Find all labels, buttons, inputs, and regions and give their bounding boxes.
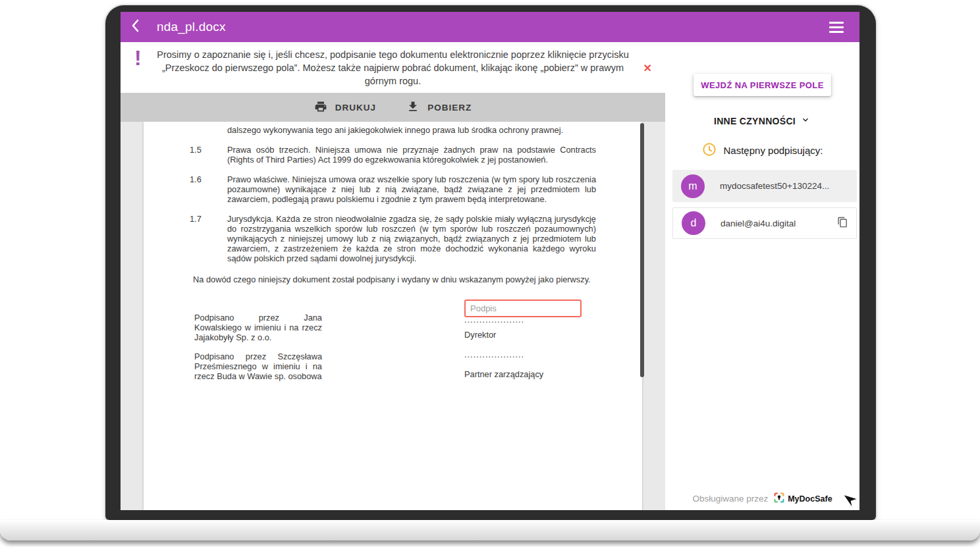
back-button[interactable]: [121, 12, 151, 42]
download-label: POBIERZ: [427, 103, 472, 113]
printer-icon: [314, 100, 327, 115]
closing-statement: Na dowód czego niniejszy dokument został…: [193, 274, 596, 284]
signatory-role: Partner zarządzający: [464, 369, 603, 379]
clause-1-7: 1.7 Jurysdykcja. Każda ze stron nieodwoł…: [190, 214, 596, 263]
print-button[interactable]: DRUKUJ: [314, 100, 376, 115]
document-scrollbar[interactable]: [640, 123, 644, 377]
clause-number: 1.6: [190, 174, 227, 204]
title-bar: nda_pl.docx: [121, 12, 859, 42]
clause-number: 1.5: [190, 145, 227, 165]
chevron-down-icon: [800, 115, 811, 127]
signer-list: m mydocsafetest50+130224... d daniel@ai4…: [665, 170, 859, 244]
clause-text: Jurysdykcja. Każda ze stron nieodwołalni…: [227, 214, 596, 263]
clock-icon: [702, 142, 717, 159]
signer-email: mydocsafetest50+130224...: [720, 181, 857, 191]
clause-text: Prawo właściwe. Niniejsza umowa oraz wsz…: [227, 174, 596, 204]
notice-text: Prosimy o zapoznanie się i, jeśli chcesz…: [149, 48, 638, 88]
print-label: DRUKUJ: [335, 103, 376, 113]
copy-email-button[interactable]: [837, 217, 848, 230]
notice-banner: ! Prosimy o zapoznanie się i, jeśli chce…: [121, 42, 665, 93]
dotted-signature-line: ....................: [464, 315, 603, 325]
document-viewer: dalszego wykonywania tego ani jakiegokol…: [121, 122, 665, 510]
download-button[interactable]: POBIERZ: [406, 100, 472, 115]
powered-by-label: Obsługiwane przez: [692, 494, 768, 504]
avatar: m: [681, 174, 705, 198]
powered-by-footer: Obsługiwane przez MyDocSafe: [665, 492, 859, 505]
clause-continuation: dalszego wykonywania tego ani jakiegokol…: [227, 125, 596, 135]
signatory-statement: Podpisano przez Szczęsława Prześmieszneg…: [194, 352, 322, 381]
signer-row-current[interactable]: m mydocsafetest50+130224...: [672, 170, 857, 202]
cursor-pointer: [840, 490, 861, 515]
brand-name: MyDocSafe: [788, 494, 832, 504]
exclamation-icon: !: [134, 47, 142, 68]
signature-section: Podpisano przez Jana Kowalskiego w imien…: [144, 300, 642, 444]
download-icon: [406, 100, 420, 115]
next-signer-header: Następny podpisujący:: [702, 142, 823, 159]
clause-1-5: 1.5 Prawa osób trzecich. Niniejsza umowa…: [190, 145, 596, 165]
mydocsafe-logo: MyDocSafe: [774, 492, 832, 505]
dotted-signature-line: ....................: [464, 350, 603, 359]
chevron-left-icon: [129, 18, 142, 36]
next-signer-label: Następny podpisujący:: [724, 145, 823, 156]
document-title: nda_pl.docx: [157, 20, 226, 34]
signing-sidebar: WEJDŹ NA PIERWSZE POLE INNE CZYNNOŚCI Na…: [665, 42, 859, 510]
hamburger-menu-button[interactable]: [827, 17, 846, 37]
other-actions-dropdown[interactable]: INNE CZYNNOŚCI: [714, 115, 811, 127]
clause-text: Prawa osób trzecich. Niniejsza umowa nie…: [227, 145, 596, 165]
signer-row[interactable]: d daniel@ai4u.digital: [672, 207, 857, 239]
copy-icon: [837, 217, 848, 230]
signer-email: daniel@ai4u.digital: [721, 219, 837, 228]
go-to-first-field-button[interactable]: WEJDŹ NA PIERWSZE POLE: [694, 74, 831, 96]
signatory-statement: Podpisano przez Jana Kowalskiego w imien…: [194, 313, 322, 342]
mydocsafe-icon: [774, 492, 784, 505]
close-notice-button[interactable]: ✕: [643, 61, 652, 74]
clause-number: 1.7: [190, 214, 227, 263]
clause-1-6: 1.6 Prawo właściwe. Niniejsza umowa oraz…: [190, 174, 596, 204]
other-actions-label: INNE CZYNNOŚCI: [714, 116, 796, 126]
signatory-role: Dyrektor: [464, 330, 603, 340]
app-window: nda_pl.docx ! Prosimy o zapoznanie się i…: [121, 12, 859, 510]
document-toolbar: DRUKUJ POBIERZ: [121, 93, 665, 122]
laptop-base: [0, 520, 980, 540]
avatar: d: [682, 211, 705, 235]
document-page: dalszego wykonywania tego ani jakiegokol…: [144, 122, 642, 510]
hamburger-icon: [829, 22, 844, 24]
